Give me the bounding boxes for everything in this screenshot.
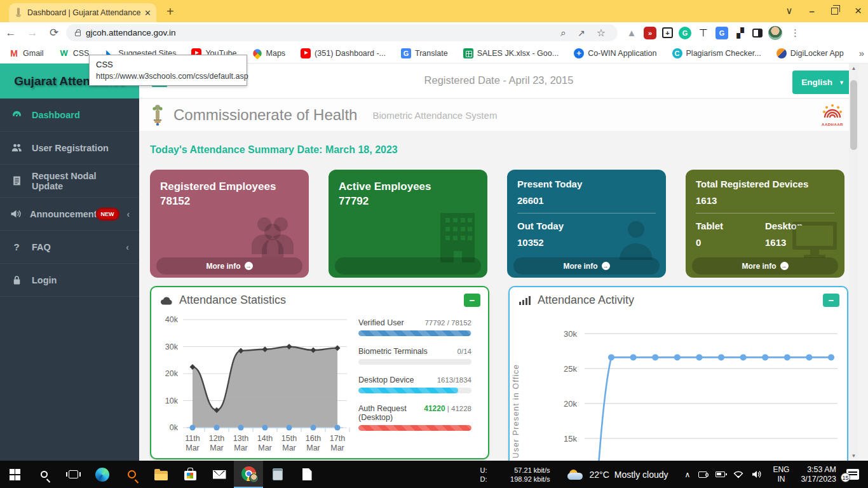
tray-chevron-icon[interactable]: ∧ [685, 470, 691, 479]
taskbar-app-notes[interactable] [263, 461, 292, 488]
bookmark-item[interactable]: Maps [252, 48, 286, 58]
sidebar-item-dashboard[interactable]: Dashboard [0, 98, 139, 132]
sidebar-item-login[interactable]: Login [0, 264, 139, 297]
network-speed-indicator[interactable]: U:57.21 kbit/s D:198.92 kbit/s [480, 466, 550, 484]
wifi-icon[interactable] [733, 471, 743, 478]
masthead: Commissionerate of Health Biometric Atte… [139, 99, 858, 132]
orange-search-icon [128, 470, 136, 478]
extension-a-icon[interactable]: ▲ [625, 27, 638, 39]
display-tray-icon[interactable] [698, 471, 707, 478]
scroll-up-arrow-icon[interactable]: ▲ [849, 64, 858, 73]
screen-capture-extension-icon[interactable]: + [662, 27, 673, 38]
bookmark-label: Maps [266, 49, 286, 58]
bookmark-item[interactable]: MGmail [9, 48, 44, 58]
scrollbar-thumb[interactable] [850, 80, 857, 150]
time: 3:53 AM [801, 465, 836, 475]
card-title: Present Today [517, 179, 656, 189]
progress-track [358, 425, 471, 431]
taskbar-app-task-view[interactable] [58, 461, 88, 488]
taskbar-app-chrome[interactable] [234, 461, 263, 488]
svg-text:14th: 14th [257, 434, 273, 443]
progress-value: 1613/1834 [437, 376, 471, 384]
search-icon[interactable]: ⌕ [560, 27, 566, 39]
close-button[interactable]: × [855, 4, 862, 18]
svg-text:Mar: Mar [186, 444, 200, 452]
sidebar-item-user-registration[interactable]: User Registration [0, 132, 139, 165]
bookmarks-overflow-icon[interactable]: » [859, 48, 864, 58]
forward-button[interactable]: → [22, 27, 43, 39]
more-info-button[interactable]: More info → [513, 257, 660, 274]
battery-icon[interactable] [715, 471, 725, 477]
taskbar-app-search-tool[interactable] [117, 461, 146, 488]
url-text[interactable]: gjcoh.attendance.gov.in [86, 28, 555, 37]
bookmark-item[interactable]: (351) Dashboard -... [301, 48, 386, 58]
bookmark-label: (351) Dashboard -... [315, 49, 386, 58]
side-panel-icon[interactable] [752, 29, 763, 37]
w3schools-icon: W [59, 48, 69, 58]
progress-value: 41220 | 41228 [424, 404, 471, 413]
panel-title: Attendance Statistics [179, 294, 464, 307]
bookmark-item[interactable]: DigiLocker App [776, 48, 844, 58]
weather-condition: Mostly cloudy [614, 470, 668, 480]
profile-avatar[interactable] [768, 26, 782, 40]
card-title: Total Registered Devices [696, 179, 834, 189]
volume-icon[interactable] [752, 470, 761, 478]
browser-menu-icon[interactable]: ⋮ [790, 27, 800, 39]
more-info-button[interactable]: More info → [156, 257, 302, 274]
language-indicator[interactable]: ENG IN [773, 465, 789, 484]
bookmark-item[interactable]: +Co-WIN Application [574, 48, 656, 58]
minimize-button[interactable]: – [810, 6, 815, 17]
share-icon[interactable]: ↗ [578, 28, 585, 38]
bookmark-item[interactable]: SALES JK.xlsx - Goo... [463, 48, 559, 58]
chevron-left-icon: ‹ [127, 209, 130, 219]
bookmark-item[interactable]: GTranslate [401, 48, 448, 58]
pin-extension-icon[interactable]: ⊤ [697, 27, 710, 39]
taskbar-app-file-explorer[interactable] [146, 461, 175, 488]
back-button[interactable]: ← [0, 27, 22, 39]
person-icon [618, 220, 654, 260]
taskbar-app-search[interactable] [29, 461, 58, 488]
more-info-button[interactable]: More info → [692, 257, 838, 274]
weather-widget[interactable]: 22°C Mostly cloudy [567, 470, 668, 480]
plagiarism-icon: C [672, 48, 682, 58]
tab-close-icon[interactable]: ✕ [144, 8, 151, 18]
svg-text:17th: 17th [330, 434, 345, 443]
address-bar[interactable]: gjcoh.attendance.gov.in ⌕ ↗ ☆ [66, 24, 618, 41]
svg-text:40k: 40k [165, 315, 179, 324]
scroll-down-arrow-icon[interactable]: ▼ [849, 451, 858, 461]
sidebar-item-request-nodal-update[interactable]: Request Nodal Update [0, 165, 139, 198]
taskbar-app-mail[interactable] [205, 461, 234, 488]
page-scrollbar[interactable]: ▲ ▼ [849, 64, 858, 461]
taskbar-app-notepad[interactable] [292, 461, 322, 488]
sidebar-item-faq[interactable]: ?FAQ‹ [0, 231, 139, 264]
translate-extension-icon[interactable]: G [715, 27, 728, 39]
language-dropdown[interactable]: English ▼ [792, 71, 853, 94]
svg-text:11th: 11th [185, 434, 200, 443]
svg-text:Mar: Mar [306, 444, 320, 452]
reload-button[interactable]: ⟳ [43, 26, 65, 39]
extensions-puzzle-icon[interactable]: ▞ [734, 27, 747, 39]
bookmark-item[interactable]: WCSS [59, 48, 90, 58]
extension-fastforward-icon[interactable]: » [644, 27, 656, 39]
taskbar-app-store[interactable] [175, 461, 205, 488]
collapse-button[interactable]: − [464, 294, 480, 307]
taskbar-clock[interactable]: 3:53 AM 3/17/2023 [801, 465, 836, 484]
bookmark-item[interactable]: CPlagiarism Checker... [672, 48, 761, 58]
bookmark-star-icon[interactable]: ☆ [597, 27, 606, 39]
action-center-icon[interactable]: 15 [846, 469, 859, 480]
gmail-icon: M [9, 48, 19, 58]
browser-tab[interactable]: Dashboard | Gujarat Attendance ✕ [9, 3, 156, 22]
tab-search-chevron-icon[interactable]: ∨ [786, 5, 793, 17]
collapse-button[interactable]: − [823, 294, 839, 307]
taskbar-app-edge[interactable] [88, 461, 117, 488]
svg-text:20k: 20k [564, 399, 577, 409]
grammarly-extension-icon[interactable]: G [679, 27, 691, 39]
new-tab-button[interactable]: + [166, 5, 174, 18]
sidebar-item-announcement[interactable]: AnnouncementNEW‹ [0, 198, 139, 231]
sidebar-item-label: FAQ [32, 242, 126, 252]
restore-button[interactable] [831, 8, 838, 15]
chevron-down-icon: ▼ [839, 79, 844, 86]
youtube-icon [301, 48, 311, 58]
more-info-button[interactable] [335, 257, 481, 274]
taskbar-app-start[interactable] [0, 461, 29, 488]
